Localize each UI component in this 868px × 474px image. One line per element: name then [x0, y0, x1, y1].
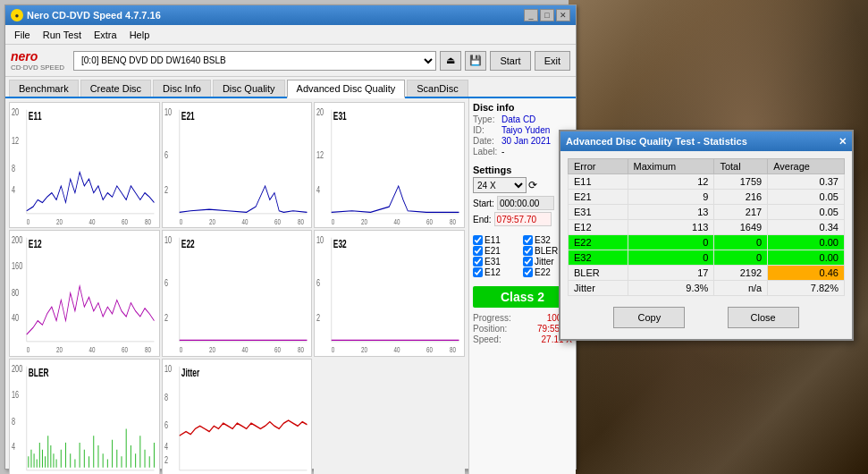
menu-extra[interactable]: Extra [88, 28, 122, 42]
svg-text:40: 40 [89, 217, 96, 227]
svg-text:80: 80 [450, 217, 456, 227]
speed-selector[interactable]: 24 X [473, 177, 527, 193]
end-time-input[interactable] [494, 212, 552, 226]
svg-text:40: 40 [394, 217, 400, 227]
bler-average: 0.46 [768, 266, 845, 281]
cb-e12: E12 [473, 267, 522, 277]
e11-total: 1759 [714, 174, 768, 190]
svg-text:40: 40 [394, 345, 400, 355]
disc-info-title: Disc info [473, 102, 572, 113]
svg-text:Jitter: Jitter [181, 366, 198, 378]
maximize-button[interactable]: □ [540, 9, 554, 21]
charts-grid: 20 12 8 4 0 20 40 60 80 E11 [5, 98, 468, 474]
stats-content: Error Maximum Total Average E11 12 1759 … [560, 151, 852, 339]
col-maximum: Maximum [628, 159, 714, 174]
cb-e12-label: E12 [485, 267, 501, 277]
svg-text:10: 10 [164, 107, 172, 118]
tab-scan-disc[interactable]: ScanDisc [407, 80, 468, 97]
svg-text:4: 4 [12, 441, 15, 452]
e22-average: 0.00 [768, 235, 845, 250]
svg-text:60: 60 [426, 217, 433, 227]
cb-e11-input[interactable] [473, 235, 483, 245]
cb-jitter-input[interactable] [523, 257, 533, 267]
cb-e31-input[interactable] [473, 257, 483, 267]
cb-e22-input[interactable] [523, 267, 533, 277]
menu-run-test[interactable]: Run Test [38, 28, 87, 42]
svg-text:0: 0 [27, 217, 30, 227]
svg-text:E22: E22 [181, 237, 194, 250]
svg-text:10: 10 [316, 235, 324, 246]
start-button[interactable]: Start [490, 51, 530, 71]
menu-help[interactable]: Help [124, 28, 156, 42]
tab-benchmark[interactable]: Benchmark [9, 80, 79, 97]
logo: nero CD·DVD SPEED [11, 49, 64, 72]
save-button[interactable]: 💾 [465, 51, 486, 71]
svg-text:E32: E32 [333, 237, 347, 250]
drive-icon-button[interactable]: ⏏ [440, 51, 461, 71]
svg-text:12: 12 [12, 136, 19, 147]
svg-text:80: 80 [298, 345, 304, 355]
logo-sub: CD·DVD SPEED [11, 63, 64, 72]
stats-buttons: Copy Close [568, 303, 845, 332]
tab-disc-quality[interactable]: Disc Quality [213, 80, 285, 97]
svg-text:20: 20 [361, 217, 367, 227]
cb-e31: E31 [473, 257, 522, 267]
svg-text:0: 0 [179, 217, 182, 227]
svg-text:80: 80 [450, 345, 456, 355]
svg-text:E12: E12 [29, 237, 42, 250]
tab-disc-info[interactable]: Disc Info [153, 80, 211, 97]
copy-button[interactable]: Copy [613, 307, 685, 328]
id-label: ID: [473, 125, 500, 135]
svg-text:200: 200 [12, 235, 22, 246]
end-label: End: [473, 215, 492, 224]
svg-text:8: 8 [12, 416, 15, 427]
svg-text:2: 2 [316, 313, 320, 324]
tab-create-disc[interactable]: Create Disc [80, 80, 151, 97]
svg-text:E21: E21 [181, 109, 194, 122]
cb-e12-input[interactable] [473, 267, 483, 277]
bler-error: BLER [569, 266, 628, 281]
logo-nero: nero [11, 49, 38, 63]
stats-close-button[interactable]: Close [728, 307, 799, 328]
e31-error: E31 [569, 205, 628, 220]
cb-e31-label: E31 [485, 257, 501, 267]
minimize-button[interactable]: _ [524, 9, 538, 21]
svg-text:10: 10 [164, 363, 172, 374]
cb-bler-input[interactable] [523, 246, 533, 256]
exit-button[interactable]: Exit [535, 51, 570, 71]
svg-text:40: 40 [12, 313, 19, 324]
menu-file[interactable]: File [9, 28, 36, 42]
e32-error: E32 [569, 250, 628, 266]
row-e31: E31 13 217 0.05 [569, 205, 845, 220]
jitter-error: Jitter [569, 281, 628, 296]
e11-error: E11 [569, 174, 628, 190]
e22-maximum: 0 [628, 235, 714, 250]
e32-total: 0 [714, 250, 768, 266]
svg-text:6: 6 [164, 150, 168, 161]
cb-e21-input[interactable] [473, 246, 483, 256]
e11-average: 0.37 [768, 174, 845, 190]
refresh-icon[interactable]: ⟳ [528, 179, 537, 191]
e12-maximum: 113 [628, 220, 714, 235]
menu-bar: File Run Test Extra Help [5, 25, 576, 45]
tab-advanced-disc-quality[interactable]: Advanced Disc Quality [287, 80, 406, 98]
svg-text:20: 20 [361, 345, 367, 355]
svg-text:E11: E11 [29, 109, 42, 122]
drive-selector[interactable]: [0:0] BENQ DVD DD DW1640 BSLB [73, 51, 436, 71]
start-time-input[interactable] [497, 196, 554, 210]
stats-close-icon[interactable]: ✕ [839, 136, 847, 148]
svg-text:20: 20 [209, 345, 215, 355]
chart-jitter: 10 8 6 4 2 0 20 40 60 80 Jitter [162, 359, 313, 474]
position-row: Position: 79:55.00 [473, 324, 572, 334]
svg-text:60: 60 [426, 345, 433, 355]
e22-total: 0 [714, 235, 768, 250]
svg-text:60: 60 [122, 345, 128, 355]
cb-e22-label: E22 [535, 267, 551, 277]
svg-text:4: 4 [316, 184, 320, 195]
stats-title-bar: Advanced Disc Quality Test - Statistics … [560, 131, 852, 151]
chart-empty [314, 359, 465, 474]
e32-average: 0.00 [768, 250, 845, 266]
cb-e32-input[interactable] [523, 235, 533, 245]
close-button[interactable]: ✕ [556, 9, 570, 21]
main-window: ● Nero CD-DVD Speed 4.7.7.16 _ □ ✕ File … [4, 4, 577, 470]
